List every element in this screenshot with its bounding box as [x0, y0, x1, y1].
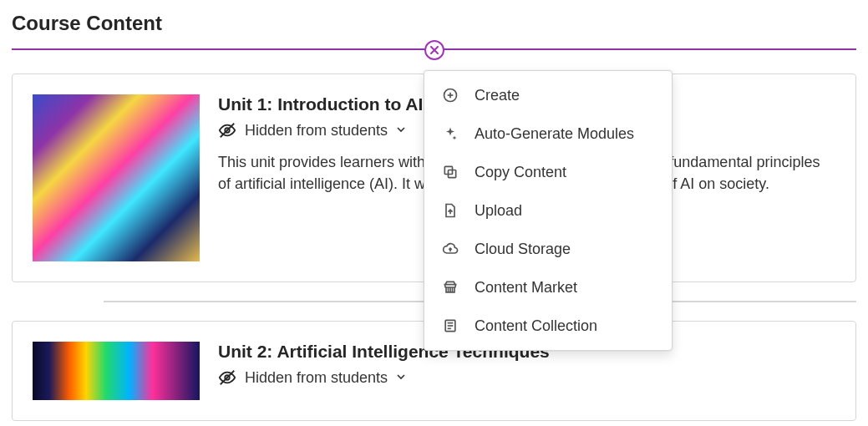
- menu-item-label: Upload: [475, 202, 522, 220]
- insert-bar: [12, 48, 856, 50]
- visibility-label: Hidden from students: [245, 369, 388, 387]
- menu-item-upload[interactable]: Upload: [424, 191, 672, 230]
- menu-item-create[interactable]: Create: [424, 76, 672, 114]
- chevron-down-icon: [396, 123, 406, 138]
- visibility-dropdown[interactable]: Hidden from students: [218, 368, 835, 387]
- sparkle-icon: [441, 124, 459, 143]
- upload-icon: [441, 201, 459, 220]
- menu-item-label: Content Market: [475, 279, 577, 297]
- copy-icon: [441, 163, 459, 181]
- menu-item-cloud-storage[interactable]: Cloud Storage: [424, 230, 672, 268]
- menu-item-label: Create: [475, 87, 520, 104]
- menu-item-copy-content[interactable]: Copy Content: [424, 153, 672, 191]
- add-content-menu: Create Auto-Generate Modules Copy Conten…: [424, 70, 673, 351]
- menu-item-auto-generate[interactable]: Auto-Generate Modules: [424, 114, 672, 153]
- hidden-icon: [218, 368, 236, 387]
- menu-item-label: Copy Content: [475, 164, 566, 181]
- page-title: Course Content: [12, 12, 856, 35]
- unit-thumbnail: [33, 94, 200, 261]
- unit-thumbnail: [33, 342, 200, 400]
- close-icon: [430, 46, 439, 54]
- menu-item-label: Content Collection: [475, 317, 597, 335]
- visibility-label: Hidden from students: [245, 122, 388, 139]
- menu-item-label: Auto-Generate Modules: [475, 125, 634, 143]
- cloud-icon: [441, 240, 459, 258]
- plus-circle-icon: [441, 86, 459, 104]
- chevron-down-icon: [396, 370, 406, 385]
- menu-item-content-market[interactable]: Content Market: [424, 268, 672, 307]
- menu-item-label: Cloud Storage: [475, 241, 571, 258]
- market-icon: [441, 278, 459, 297]
- add-content-button[interactable]: [424, 40, 444, 60]
- collection-icon: [441, 317, 459, 335]
- menu-item-content-collection[interactable]: Content Collection: [424, 307, 672, 345]
- hidden-icon: [218, 121, 236, 139]
